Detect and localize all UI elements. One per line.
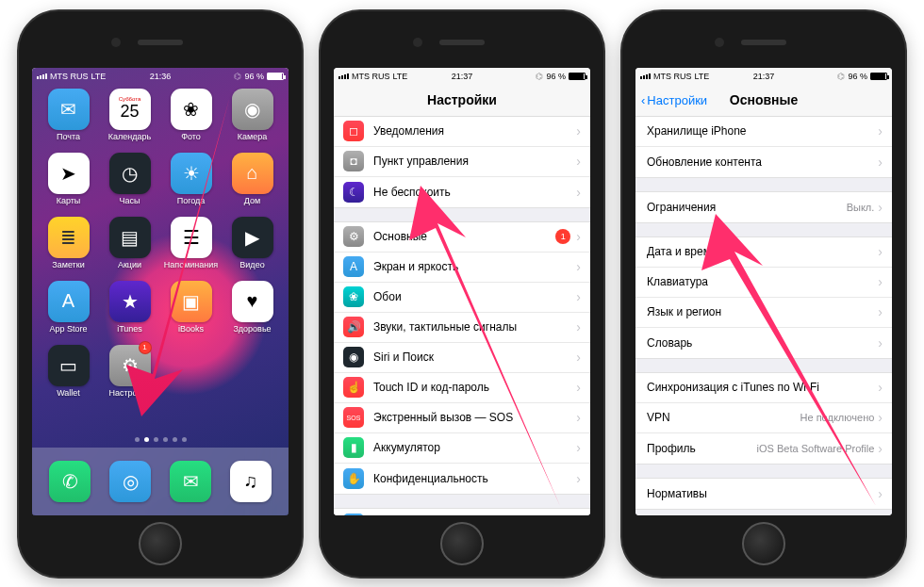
chevron-right-icon: › bbox=[576, 350, 581, 365]
row-icon: ☝ bbox=[343, 377, 364, 398]
dock-app-Сообщения[interactable]: ✉ bbox=[170, 461, 211, 502]
general-row[interactable]: VPN Не подключено › bbox=[635, 403, 892, 433]
general-row[interactable]: Ограничения Выкл. › bbox=[635, 192, 892, 222]
app-Часы[interactable]: ◷Часы bbox=[99, 153, 160, 215]
row-label: Обновление контента bbox=[647, 155, 878, 169]
row-icon: 🔊 bbox=[343, 317, 364, 337]
chevron-right-icon: › bbox=[878, 200, 883, 215]
app-Камера[interactable]: ◉Камера bbox=[222, 89, 283, 151]
chevron-right-icon: › bbox=[576, 154, 581, 169]
app-label: Почта bbox=[57, 132, 80, 141]
app-Календарь[interactable]: Суббота25Календарь bbox=[99, 89, 160, 151]
chevron-right-icon: › bbox=[878, 410, 883, 425]
settings-row[interactable]: A iTunes Store и App Store › bbox=[334, 509, 590, 515]
chevron-right-icon: › bbox=[576, 440, 581, 455]
chevron-right-icon: › bbox=[878, 274, 883, 289]
app-label: Видео bbox=[239, 260, 264, 269]
app-label: Фото bbox=[181, 132, 201, 141]
row-label: VPN bbox=[647, 411, 800, 424]
app-Почта[interactable]: ✉Почта bbox=[38, 89, 99, 151]
page-indicator[interactable] bbox=[32, 432, 289, 448]
app-icon: ▶ bbox=[232, 217, 273, 258]
app-Напоминания[interactable]: ☰Напоминания bbox=[160, 217, 222, 279]
general-row[interactable]: Словарь › bbox=[635, 328, 892, 358]
chevron-right-icon: › bbox=[878, 123, 883, 139]
general-row[interactable]: Хранилище iPhone › bbox=[635, 117, 892, 147]
network-label: LTE bbox=[695, 72, 710, 81]
chevron-right-icon: › bbox=[878, 155, 883, 170]
app-Wallet[interactable]: ▭Wallet bbox=[38, 345, 99, 407]
row-label: Не беспокоить bbox=[373, 186, 576, 199]
app-label: Здоровье bbox=[233, 324, 271, 334]
row-icon: ✋ bbox=[343, 468, 364, 489]
chevron-right-icon: › bbox=[576, 229, 581, 244]
phone-frame-settings: MTS RUS LTE 21:37 ⌬ 96 % Настройки ◻ Уве… bbox=[321, 11, 603, 577]
settings-row[interactable]: ◉ Siri и Поиск › bbox=[334, 343, 590, 373]
carrier-label: MTS RUS bbox=[352, 72, 390, 81]
clock: 21:36 bbox=[150, 72, 172, 81]
signal-icon bbox=[37, 73, 47, 79]
dock-app-Телефон[interactable]: ✆ bbox=[49, 461, 91, 502]
app-Фото[interactable]: ❀Фото bbox=[160, 89, 222, 151]
row-label: Экстренный вызов — SOS bbox=[373, 411, 576, 424]
app-label: Настройки bbox=[108, 388, 150, 398]
general-row[interactable]: Профиль iOS Beta Software Profile › bbox=[635, 433, 892, 464]
app-Акции[interactable]: ▤Акции bbox=[99, 217, 160, 279]
bluetooth-icon: ⌬ bbox=[837, 72, 845, 81]
app-icon: ✉ bbox=[48, 89, 90, 130]
back-label: Настройки bbox=[647, 93, 707, 107]
settings-row[interactable]: ◻ Уведомления › bbox=[334, 117, 590, 147]
carrier-label: MTS RUS bbox=[653, 72, 692, 81]
settings-row[interactable]: 🔊 Звуки, тактильные сигналы › bbox=[334, 313, 590, 343]
general-row[interactable]: Клавиатура › bbox=[635, 268, 892, 298]
app-Здоровье[interactable]: ♥Здоровье bbox=[222, 281, 283, 343]
app-Видео[interactable]: ▶Видео bbox=[222, 217, 283, 279]
general-row[interactable]: Язык и регион › bbox=[635, 298, 892, 328]
row-label: Аккумулятор bbox=[373, 441, 576, 454]
settings-row[interactable]: ☾ Не беспокоить › bbox=[334, 177, 590, 207]
general-row[interactable]: Нормативы › bbox=[635, 479, 892, 509]
app-iBooks[interactable]: ▣iBooks bbox=[160, 281, 222, 343]
chevron-right-icon: › bbox=[576, 123, 581, 139]
home-button[interactable] bbox=[139, 522, 182, 565]
settings-screen: MTS RUS LTE 21:37 ⌬ 96 % Настройки ◻ Уве… bbox=[334, 68, 590, 515]
row-icon: ▮ bbox=[343, 437, 364, 458]
app-App Store[interactable]: AApp Store bbox=[38, 281, 99, 343]
settings-row[interactable]: ☝ Touch ID и код-пароль › bbox=[334, 373, 590, 403]
app-Заметки[interactable]: ≣Заметки bbox=[38, 217, 99, 279]
settings-row[interactable]: ❀ Обои › bbox=[334, 283, 590, 313]
dock-app-Музыка[interactable]: ♫ bbox=[230, 461, 272, 502]
settings-row[interactable]: A Экран и яркость › bbox=[334, 253, 590, 283]
status-bar: MTS RUS LTE 21:37 ⌬ 96 % bbox=[635, 68, 892, 85]
settings-row[interactable]: ◘ Пункт управления › bbox=[334, 147, 590, 177]
app-Карты[interactable]: ➤Карты bbox=[38, 153, 99, 215]
home-button[interactable] bbox=[440, 522, 484, 565]
general-list[interactable]: Хранилище iPhone ›Обновление контента ›О… bbox=[635, 117, 892, 515]
row-label: Touch ID и код-пароль bbox=[373, 381, 576, 394]
settings-row[interactable]: ▮ Аккумулятор › bbox=[334, 433, 590, 464]
row-label: Профиль bbox=[647, 442, 757, 455]
bluetooth-icon: ⌬ bbox=[234, 72, 241, 81]
app-label: Дом bbox=[244, 196, 260, 205]
general-row[interactable]: Дата и время › bbox=[635, 237, 892, 268]
settings-row[interactable]: ✋ Конфиденциальность › bbox=[334, 464, 590, 494]
chevron-right-icon: › bbox=[576, 259, 581, 274]
settings-row[interactable]: ⚙ Основные 1 › bbox=[334, 222, 590, 253]
app-iTunes[interactable]: ★iTunes bbox=[99, 281, 160, 343]
app-Дом[interactable]: ⌂Дом bbox=[222, 153, 283, 215]
app-Погода[interactable]: ☀Погода bbox=[160, 153, 222, 215]
general-row[interactable]: Обновление контента › bbox=[635, 147, 892, 177]
chevron-right-icon: › bbox=[878, 441, 883, 456]
app-icon: ➤ bbox=[48, 153, 90, 194]
row-label: Хранилище iPhone bbox=[647, 124, 878, 138]
app-icon: ◷ bbox=[109, 153, 151, 194]
general-row[interactable]: Синхронизация с iTunes по Wi-Fi › bbox=[635, 373, 892, 403]
settings-list[interactable]: ◻ Уведомления ›◘ Пункт управления ›☾ Не … bbox=[334, 117, 590, 515]
dock-app-Safari[interactable]: ◎ bbox=[109, 461, 151, 502]
home-button[interactable] bbox=[742, 522, 785, 565]
app-icon: A bbox=[48, 281, 90, 322]
row-label: Синхронизация с iTunes по Wi-Fi bbox=[647, 381, 878, 394]
app-Настройки[interactable]: 1⚙Настройки bbox=[99, 345, 160, 407]
settings-row[interactable]: SOS Экстренный вызов — SOS › bbox=[334, 403, 590, 433]
back-button[interactable]: ‹ Настройки bbox=[641, 93, 707, 107]
